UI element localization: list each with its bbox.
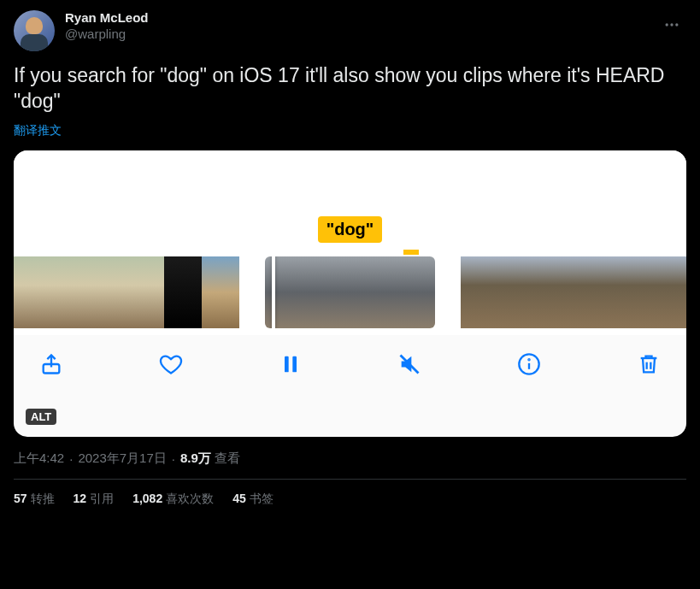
thumbnail — [126, 256, 164, 328]
clip-group-2-active[interactable] — [265, 256, 435, 328]
avatar[interactable] — [14, 10, 55, 51]
alt-badge[interactable]: ALT — [26, 409, 56, 425]
meta-separator: · — [69, 451, 73, 466]
thumbnail — [536, 256, 574, 328]
tweet-date[interactable]: 2023年7月17日 — [78, 451, 166, 467]
tweet-container: Ryan McLeod @warpling If you search for … — [0, 0, 700, 514]
svg-rect-4 — [285, 356, 289, 372]
pause-button[interactable] — [277, 350, 304, 378]
playhead[interactable] — [272, 256, 275, 328]
tweet-time[interactable]: 上午4:42 — [14, 451, 64, 467]
more-icon — [663, 16, 680, 33]
svg-point-2 — [675, 23, 678, 26]
media-spacer — [14, 150, 686, 216]
mute-icon — [397, 352, 421, 376]
tweet-stats: 57转推 12引用 1,082喜欢次数 45书签 — [14, 480, 686, 507]
clip-group-3[interactable] — [461, 256, 686, 328]
user-info[interactable]: Ryan McLeod @warpling — [65, 10, 149, 43]
thumbnail — [354, 256, 398, 328]
thumbnail — [649, 256, 686, 328]
tweet-meta: 上午4:42 · 2023年7月17日 · 8.9万 查看 — [14, 451, 686, 467]
heart-icon — [159, 352, 183, 376]
thumbnail — [461, 256, 498, 328]
translate-link[interactable]: 翻译推文 — [14, 123, 686, 138]
likes-stat[interactable]: 1,082喜欢次数 — [132, 492, 214, 507]
bookmarks-stat[interactable]: 45书签 — [232, 492, 274, 507]
thumbnail — [89, 256, 126, 328]
caption-chip: "dog" — [318, 216, 383, 243]
thumbnail — [164, 256, 202, 328]
user-handle: @warpling — [65, 27, 149, 43]
svg-point-0 — [666, 23, 668, 26]
media-toolbar — [14, 335, 686, 390]
svg-rect-5 — [292, 356, 297, 372]
thumbnail — [574, 256, 611, 328]
thumbnail — [398, 256, 435, 328]
display-name: Ryan McLeod — [65, 10, 149, 27]
svg-point-1 — [670, 23, 673, 26]
caption-tick — [14, 250, 686, 256]
share-icon — [39, 352, 63, 376]
like-button[interactable] — [157, 350, 185, 378]
retweets-stat[interactable]: 57转推 — [14, 492, 55, 507]
mute-button[interactable] — [396, 350, 423, 378]
caption-chip-row: "dog" — [14, 216, 686, 250]
filmstrip-row[interactable] — [14, 256, 686, 335]
thumbnail — [498, 256, 536, 328]
clip-group-1[interactable] — [14, 256, 239, 328]
delete-button[interactable] — [635, 350, 662, 378]
more-button[interactable] — [657, 10, 686, 39]
thumbnail — [202, 256, 239, 328]
thumbnail — [51, 256, 89, 328]
thumbnail — [611, 256, 649, 328]
quotes-stat[interactable]: 12引用 — [74, 492, 115, 507]
thumbnail — [14, 256, 51, 328]
media-card[interactable]: "dog" — [14, 150, 686, 437]
tweet-text: If you search for "dog" on iOS 17 it'll … — [14, 63, 686, 115]
views-count[interactable]: 8.9万 — [180, 451, 211, 467]
trash-icon — [637, 352, 661, 376]
share-button[interactable] — [38, 350, 65, 378]
views-label: 查看 — [215, 451, 240, 467]
pause-icon — [279, 352, 303, 376]
thumbnail — [309, 256, 354, 328]
info-button[interactable] — [515, 350, 543, 378]
info-icon — [517, 352, 541, 376]
meta-separator: · — [172, 451, 175, 466]
svg-point-9 — [529, 359, 530, 360]
tweet-header: Ryan McLeod @warpling — [14, 10, 686, 51]
